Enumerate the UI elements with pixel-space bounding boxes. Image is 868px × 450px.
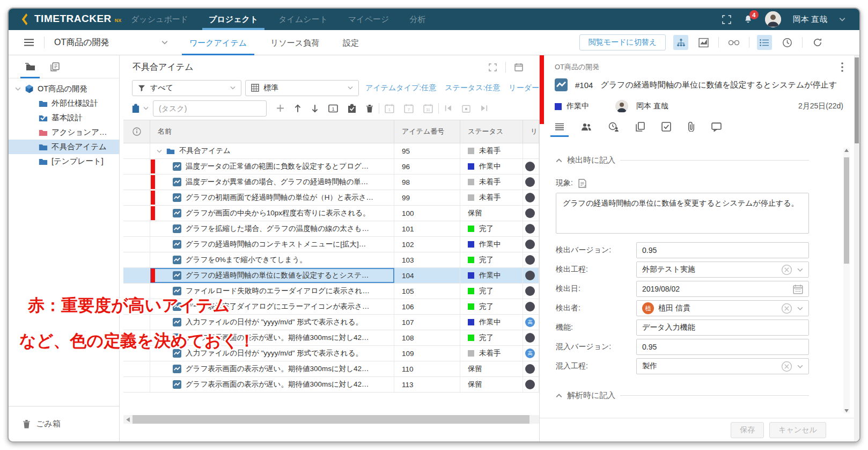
row-name-cell[interactable]: グラフの経過時間軸のコンテキストメニューに[拡大]… <box>150 237 394 252</box>
quick-filter-link[interactable]: アイテムタイプ:任意 <box>365 83 436 93</box>
table-row[interactable]: グラフ表示画面の表示が遅い。期待値300msに対し42… 113 保留 <box>123 377 539 393</box>
topbar-nav-item[interactable]: マイページ <box>348 9 389 30</box>
tab-attachments-icon[interactable] <box>688 117 695 137</box>
notifications-bell[interactable]: 4 <box>743 14 753 25</box>
new-item-type-icon[interactable] <box>132 104 139 113</box>
assignee-name[interactable]: 岡本 直哉 <box>636 101 668 111</box>
expand-panel-icon[interactable] <box>489 63 497 71</box>
more-menu-icon[interactable] <box>841 62 843 72</box>
calendar-day-icon[interactable]: 1 <box>385 104 394 113</box>
row-name-cell[interactable]: グラフが画面の中央から10px程度右寄りに表示される。 <box>150 206 394 221</box>
field-input[interactable]: 植 植田 信貴 <box>636 300 809 316</box>
row-name-cell[interactable]: グラフの初期画面で経過時間軸の単位が（H）と表示さ… <box>150 190 394 205</box>
sidebar-tree-item[interactable]: アクションア… <box>9 125 119 140</box>
row-name-cell[interactable]: 入力ファイルの日付が "yyyy/m/d" 形式で表示される。 <box>150 346 394 361</box>
table-row[interactable]: グラフを拡縮した場合、グラフの温度軸の線の太さも… 101 完了 <box>123 221 539 237</box>
tab-comments-icon[interactable] <box>711 117 722 137</box>
user-menu-chevron-icon[interactable] <box>839 17 845 21</box>
horizontal-scrollbar[interactable] <box>123 415 539 424</box>
refresh-icon[interactable] <box>810 35 825 50</box>
calendar-week-icon[interactable]: 7 <box>404 104 414 113</box>
section-analysis[interactable]: 解析時に記入 <box>556 390 809 401</box>
table-row[interactable]: 入力ファイルの日付が "yyyy/m/d" 形式で表示される。 107 作業中 … <box>123 315 539 330</box>
detail-status[interactable]: 作業中 <box>567 101 589 111</box>
row-name-cell[interactable]: グラフ表示画面の表示が遅い。期待値300msに対し42… <box>150 377 394 392</box>
project-selector-chevron-icon[interactable] <box>161 40 168 45</box>
table-row[interactable]: グラフの経過時間軸の単位に数値を設定するとシステ… 104 作業中 <box>123 268 539 284</box>
number-column-header[interactable]: アイテム番号 <box>394 120 460 143</box>
status-column-header[interactable]: ステータス <box>460 120 523 143</box>
topbar-nav-item[interactable]: 分析 <box>409 9 425 30</box>
sidebar-tree-item[interactable]: 外部仕様設計 <box>9 96 119 111</box>
project-tab[interactable]: 設定 <box>343 30 359 55</box>
row-name-cell[interactable]: グラフを拡縮した場合、グラフの温度軸の線の太さも… <box>150 221 394 236</box>
clear-icon[interactable] <box>781 264 792 275</box>
project-tab[interactable]: リソース負荷 <box>270 30 319 55</box>
move-down-icon[interactable] <box>311 104 319 113</box>
row-name-cell[interactable]: 温度データが異常値の場合、グラフの経過時間軸の単… <box>150 175 394 190</box>
filter-dropdown[interactable]: すべて <box>132 80 241 96</box>
table-row[interactable]: グラフの経過時間軸のコンテキストメニューに[拡大]… 102 作業中 <box>123 237 539 252</box>
scroll-left-arrow-icon[interactable] <box>126 417 130 422</box>
new-item-input[interactable] <box>153 100 267 117</box>
cancel-button[interactable]: キャンセル <box>769 422 826 438</box>
calendar-month-icon[interactable]: 31 <box>423 104 433 113</box>
row-name-cell[interactable]: グラフの経過時間軸の単位に数値を設定するとシステ… <box>150 268 394 283</box>
chevron-down-icon[interactable] <box>797 268 803 272</box>
view-dropdown[interactable]: 標準 <box>245 80 359 96</box>
add-item-icon[interactable] <box>276 104 284 112</box>
tab-folders-icon[interactable] <box>25 55 35 78</box>
section-detection[interactable]: 検出時に記入 <box>556 155 809 165</box>
sidebar-tree-item[interactable]: [テンプレート] <box>9 154 119 169</box>
iteration-icon[interactable]: 1 <box>328 104 338 113</box>
sidebar-tree-item[interactable]: 基本設計 <box>9 111 119 125</box>
move-up-icon[interactable] <box>294 104 301 113</box>
scroll-up-arrow-icon[interactable] <box>844 149 849 152</box>
table-row[interactable]: グラフ表示画面の表示が遅い。期待値300msに対し42… 108 完了 <box>123 330 539 346</box>
today-icon[interactable] <box>462 104 470 113</box>
topbar-nav-item[interactable]: タイムシート <box>278 9 328 30</box>
calendar-view-icon[interactable] <box>514 63 523 71</box>
project-tab[interactable]: ワークアイテム <box>189 30 247 55</box>
chevron-down-icon[interactable] <box>157 149 162 153</box>
hamburger-menu-icon[interactable] <box>24 39 34 46</box>
table-row[interactable]: 温度データが異常値の場合、グラフの経過時間軸の単… 98 未着手 <box>123 175 539 190</box>
field-input[interactable]: 0.95 <box>636 242 809 258</box>
table-row[interactable]: 入力ファイルの日付が "yyyy/m/d" 形式で表示される。 109 未着手 … <box>123 346 539 361</box>
field-input[interactable]: データ入力機能 <box>636 320 809 336</box>
quick-filter-link[interactable]: リーダー <box>509 83 539 93</box>
table-row[interactable]: ファイルロード失敗時のエラーダイアログに表示され… 105 完了 <box>123 284 539 299</box>
chevron-down-icon[interactable] <box>797 307 803 310</box>
table-row[interactable]: グラフが画面の中央から10px程度右寄りに表示される。 100 保留 <box>123 206 539 221</box>
row-name-cell[interactable]: 不具合アイテム <box>150 143 394 158</box>
project-selector[interactable]: OT商品の開発 <box>54 37 161 48</box>
scroll-down-arrow-icon[interactable] <box>844 409 849 412</box>
field-input[interactable]: 外部テスト実施 <box>636 262 809 278</box>
table-row[interactable]: グラフ表示画面の表示が遅い。期待値300msに対し42… 110 保留 <box>123 361 539 377</box>
user-avatar[interactable] <box>765 11 781 27</box>
watch-glasses-icon[interactable] <box>726 35 741 50</box>
row-name-cell[interactable]: データ表示完了ダイアログにエラーアイコンが表示さ… <box>150 299 394 314</box>
clear-icon[interactable] <box>781 361 792 372</box>
edit-note-icon[interactable] <box>578 179 586 188</box>
chart-view-icon[interactable] <box>696 35 711 50</box>
skip-last-icon[interactable] <box>480 104 488 112</box>
chevron-down-icon[interactable] <box>797 365 803 368</box>
complete-check-icon[interactable] <box>348 104 356 113</box>
table-row[interactable]: グラフの初期画面で経過時間軸の単位が（H）と表示さ… 99 未着手 <box>123 190 539 206</box>
quick-filter-link[interactable]: ステータス:任意 <box>445 83 500 93</box>
detail-scroll-thumb[interactable] <box>844 157 849 264</box>
chevron-down-icon[interactable] <box>15 87 21 91</box>
save-button[interactable]: 保存 <box>731 422 764 438</box>
leader-column-header[interactable]: リ <box>523 120 539 143</box>
new-item-type-chevron-icon[interactable] <box>143 106 149 110</box>
clear-icon[interactable] <box>781 303 792 314</box>
field-input[interactable]: 製作 <box>636 358 809 374</box>
row-name-cell[interactable]: 入力ファイルの日付が "yyyy/m/d" 形式で表示される。 <box>150 315 394 330</box>
tab-time-record-icon[interactable] <box>608 117 619 137</box>
app-scrollbar[interactable] <box>854 55 859 441</box>
tab-checklist-icon[interactable] <box>661 117 671 137</box>
horizontal-scroll-thumb[interactable] <box>133 415 529 424</box>
app-scroll-thumb[interactable] <box>855 57 859 143</box>
row-name-cell[interactable]: 温度データの正常値の範囲に負数を設定するとプログ… <box>150 159 394 174</box>
